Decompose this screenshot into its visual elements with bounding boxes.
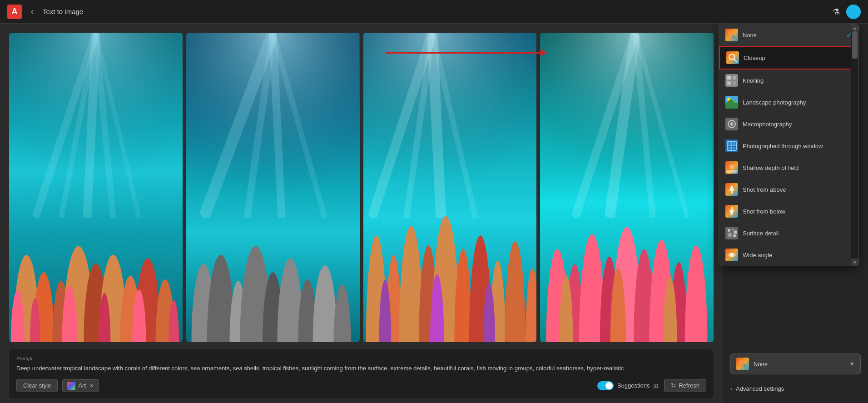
svg-rect-115 [736,358,749,370]
art-tag[interactable]: Art ✕ [62,379,99,392]
svg-rect-77 [733,76,736,80]
chevron-right-icon: › [730,386,732,392]
adobe-logo: A [7,5,22,19]
image-card-4 [540,33,714,342]
advanced-settings[interactable]: › Advanced settings [730,382,861,396]
svg-point-33 [312,265,337,342]
scroll-up-arrow[interactable]: ▲ [851,24,858,31]
image-grid [9,33,714,342]
advanced-settings-label: Advanced settings [736,385,784,392]
svg-point-111 [728,233,732,237]
art-tag-icon [67,382,75,390]
style-dropdown-menu: None ✓ [719,24,859,266]
svg-rect-93 [728,142,731,145]
selected-icon [736,358,749,370]
selected-style-dropdown[interactable]: None ▼ [730,353,861,374]
bottom-right: Suggestions ⊞ ↻ Refresh [597,379,706,392]
bottom-area: Prompt Deep underwater tropical landscap… [9,349,714,399]
red-arrow-indicator [386,49,547,56]
svg-point-110 [734,230,737,234]
surface-label: Surface detail [743,230,779,237]
below-icon [725,205,738,218]
svg-rect-96 [733,147,735,149]
svg-point-98 [729,164,734,169]
svg-point-66 [685,245,708,342]
wide-icon [725,249,738,261]
svg-rect-79 [733,81,736,85]
flask-icon[interactable]: ⚗ [833,7,840,17]
avatar[interactable] [846,5,861,19]
dropdown-item-above[interactable]: Shot from above [719,179,858,200]
above-label: Shot from above [743,186,786,193]
dropdown-item-below[interactable]: Shot from below [719,200,858,222]
svg-point-34 [333,284,351,342]
svg-point-71 [728,31,732,35]
image-card-3 [363,33,537,342]
svg-rect-94 [733,142,735,145]
svg-rect-103 [731,190,733,194]
knolling-icon [725,74,738,87]
svg-rect-75 [725,74,738,87]
none-label: None [743,32,757,39]
right-panel-bottom: None ▼ › Advanced settings [723,346,868,403]
scroll-track[interactable] [851,31,858,259]
svg-rect-99 [726,170,737,172]
svg-rect-95 [728,147,731,149]
dropdown-item-window[interactable]: Photographed through window [719,135,858,157]
dropdown-item-macro[interactable]: Macrophotography [719,113,858,135]
svg-rect-100 [727,172,736,173]
page-title: Text to image [43,8,83,15]
above-icon [725,183,738,196]
svg-point-48 [505,241,526,342]
prompt-text: Deep underwater tropical landscape with … [16,364,706,373]
svg-rect-81 [725,103,738,109]
refresh-button[interactable]: ↻ Refresh [664,379,706,392]
suggestions-toggle: Suggestions ⊞ [597,381,659,390]
svg-point-45 [454,249,471,342]
svg-point-49 [525,269,536,342]
surface-icon [725,227,738,239]
scroll-down-arrow[interactable]: ▼ [851,259,858,266]
toggle-knob [605,382,613,389]
prompt-label: Prompt [16,356,706,361]
window-icon [725,139,738,152]
svg-rect-72 [726,51,739,64]
landscape-label: Landscape photography [743,99,806,106]
content-area: Prompt Deep underwater tropical landscap… [0,24,723,403]
svg-point-88 [731,124,732,124]
bottom-controls: Clear style Art ✕ Suggestions ⊞ [16,379,706,392]
image-card-2 [186,33,360,342]
suggestions-settings-icon[interactable]: ⊞ [653,382,659,389]
dropdown-scroll[interactable]: None ✓ [719,24,858,266]
arrow-head [541,49,547,56]
clear-style-button[interactable]: Clear style [16,379,58,392]
chevron-down-icon: ▼ [849,361,855,367]
back-button[interactable]: ‹ [27,5,37,18]
closeup-label: Closeup [744,55,765,61]
panel-scrollbar: ▲ ▼ [851,24,858,266]
dropdown-item-closeup[interactable]: Closeup [719,46,858,70]
scroll-thumb [852,31,858,59]
svg-point-108 [728,229,730,232]
svg-rect-106 [731,207,733,211]
svg-point-112 [733,234,736,237]
window-label: Photographed through window [743,143,823,149]
suggestions-label: Suggestions [617,382,650,389]
dropdown-item-landscape[interactable]: Landscape photography [719,91,858,113]
below-label: Shot from below [743,208,785,215]
header: A ‹ Text to image ⚗ [0,0,868,24]
macro-icon [725,118,738,130]
wide-label: Wide angle [743,252,772,259]
dropdown-item-shallow[interactable]: Shallow depth of field [719,157,858,179]
refresh-label: Refresh [679,382,699,389]
dropdown-item-surface[interactable]: Surface detail [719,222,858,244]
svg-rect-78 [727,81,731,85]
dropdown-item-wide[interactable]: Wide angle [719,244,858,266]
art-tag-close[interactable]: ✕ [89,383,94,389]
right-panel: None ✓ [723,24,868,403]
dropdown-item-knolling[interactable]: Knolling [719,70,858,91]
macro-label: Macrophotography [743,121,792,128]
toggle-switch[interactable] [597,381,614,390]
dropdown-item-none[interactable]: None ✓ [719,24,858,46]
svg-point-116 [739,360,743,364]
